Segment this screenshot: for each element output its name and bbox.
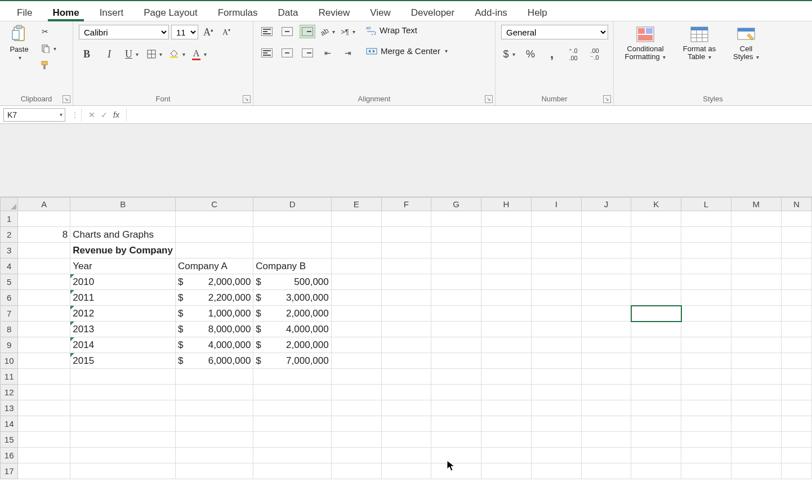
cell-N3[interactable] [781, 243, 811, 258]
cell-F12[interactable] [381, 385, 431, 400]
cell-D2[interactable] [253, 227, 331, 243]
cell-D1[interactable] [253, 211, 331, 227]
tab-file[interactable]: File [7, 4, 42, 21]
cell-I14[interactable] [531, 416, 581, 432]
tab-view[interactable]: View [360, 4, 401, 21]
cell-G6[interactable] [431, 290, 481, 306]
merge-center-button[interactable]: Merge & Center ▾ [366, 46, 448, 56]
cut-button[interactable]: ✂ [37, 25, 53, 38]
row-header-6[interactable]: 6 [1, 290, 18, 306]
cell-J10[interactable] [581, 353, 631, 369]
cell-N5[interactable] [781, 274, 811, 290]
cell-E4[interactable] [331, 258, 381, 274]
tab-add-ins[interactable]: Add-ins [465, 4, 517, 21]
cell-C5[interactable]: $2,000,000 [175, 274, 253, 290]
cell-H5[interactable] [481, 274, 532, 290]
cell-E5[interactable] [331, 274, 381, 290]
cell-I1[interactable] [531, 211, 581, 227]
cell-J4[interactable] [581, 258, 631, 274]
cell-C14[interactable] [175, 416, 253, 432]
cell-H11[interactable] [481, 369, 532, 385]
cell-H16[interactable] [481, 448, 532, 463]
increase-indent-button[interactable]: ⇥ [340, 46, 356, 60]
cell-C6[interactable]: $2,200,000 [175, 290, 253, 306]
cell-M8[interactable] [731, 322, 781, 337]
cancel-formula-button[interactable]: ✕ [88, 110, 95, 119]
cell-I6[interactable] [531, 290, 581, 306]
column-header-E[interactable]: E [331, 198, 381, 211]
copy-button[interactable]: ▾ [37, 42, 60, 55]
cell-B12[interactable] [70, 385, 176, 400]
row-header-17[interactable]: 17 [1, 463, 18, 479]
cell-C9[interactable]: $4,000,000 [175, 337, 253, 353]
cell-M11[interactable] [731, 369, 781, 385]
cell-K7[interactable] [631, 306, 681, 322]
dialog-launcher-icon[interactable]: ↘ [603, 95, 611, 103]
column-header-N[interactable]: N [781, 198, 811, 211]
cell-H6[interactable] [481, 290, 532, 306]
cell-L1[interactable] [681, 211, 731, 227]
cell-B11[interactable] [70, 369, 176, 385]
align-top-button[interactable] [259, 25, 275, 38]
accounting-format-button[interactable]: $▾ [501, 47, 517, 61]
cell-F17[interactable] [381, 463, 431, 479]
format-as-table-button[interactable]: Format as Table ▾ [677, 25, 722, 61]
cell-H10[interactable] [481, 353, 532, 369]
cell-C7[interactable]: $1,000,000 [175, 306, 253, 322]
orientation-button[interactable]: ab▾ [320, 25, 336, 38]
cell-A14[interactable] [18, 416, 70, 432]
cell-I15[interactable] [531, 432, 581, 448]
align-middle-button[interactable] [279, 25, 295, 38]
cell-F2[interactable] [381, 227, 431, 243]
tab-home[interactable]: Home [42, 4, 89, 21]
column-header-M[interactable]: M [731, 198, 781, 211]
cell-C13[interactable] [175, 400, 253, 416]
cell-D16[interactable] [253, 448, 331, 463]
cell-L11[interactable] [681, 369, 731, 385]
cell-D11[interactable] [253, 369, 331, 385]
row-header-13[interactable]: 13 [1, 400, 18, 416]
cell-D13[interactable] [253, 400, 331, 416]
cell-M4[interactable] [731, 258, 781, 274]
tab-developer[interactable]: Developer [401, 4, 465, 21]
row-header-16[interactable]: 16 [1, 448, 18, 463]
cell-H4[interactable] [481, 258, 532, 274]
cell-F7[interactable] [381, 306, 431, 322]
cell-I12[interactable] [531, 385, 581, 400]
cell-M13[interactable] [731, 400, 781, 416]
column-header-A[interactable]: A [18, 198, 70, 211]
cell-M2[interactable] [731, 227, 781, 243]
tab-page-layout[interactable]: Page Layout [133, 4, 207, 21]
cell-D17[interactable] [253, 463, 331, 479]
cell-K12[interactable] [631, 385, 681, 400]
column-header-J[interactable]: J [581, 198, 631, 211]
tab-formulas[interactable]: Formulas [208, 4, 268, 21]
cell-L14[interactable] [681, 416, 731, 432]
cell-M6[interactable] [731, 290, 781, 306]
cell-I17[interactable] [531, 463, 581, 479]
decrease-font-button[interactable]: A▾ [218, 25, 234, 39]
cell-J17[interactable] [581, 463, 631, 479]
cell-A11[interactable] [18, 369, 70, 385]
number-format-select[interactable]: General [501, 25, 608, 39]
cell-C8[interactable]: $8,000,000 [175, 322, 253, 337]
cell-B8[interactable]: 2013 [70, 322, 176, 337]
column-header-H[interactable]: H [481, 198, 532, 211]
column-header-K[interactable]: K [631, 198, 681, 211]
cell-G9[interactable] [431, 337, 481, 353]
cell-B15[interactable] [70, 432, 176, 448]
cell-K8[interactable] [631, 322, 681, 337]
cell-A8[interactable] [18, 322, 70, 337]
row-header-9[interactable]: 9 [1, 337, 18, 353]
cell-B10[interactable]: 2015 [70, 353, 176, 369]
select-all-corner[interactable] [1, 198, 18, 211]
cell-C2[interactable] [175, 227, 253, 243]
cell-K2[interactable] [631, 227, 681, 243]
cell-G4[interactable] [431, 258, 481, 274]
cell-I3[interactable] [531, 243, 581, 258]
cell-D5[interactable]: $500,000 [253, 274, 331, 290]
cell-I9[interactable] [531, 337, 581, 353]
cell-C15[interactable] [175, 432, 253, 448]
cell-E9[interactable] [331, 337, 381, 353]
row-header-8[interactable]: 8 [1, 322, 18, 337]
